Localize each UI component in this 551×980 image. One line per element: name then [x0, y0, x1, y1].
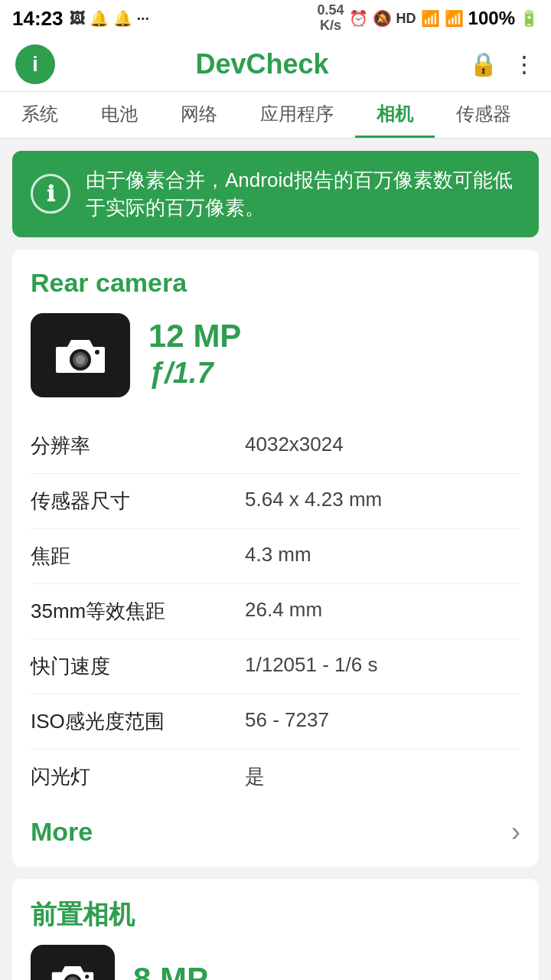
camera-icon	[50, 325, 111, 386]
spec-value-equiv-focal-length: 26.4 mm	[245, 598, 520, 622]
notification-icon-2: 🔔	[113, 9, 132, 28]
battery-level: 100%	[468, 8, 515, 29]
status-time: 14:23	[12, 7, 64, 31]
spec-value-shutter-speed: 1/12051 - 1/6 s	[245, 653, 520, 677]
spec-row-shutter-speed: 快门速度 1/12051 - 1/6 s	[31, 639, 520, 694]
overflow-menu-icon[interactable]: ⋮	[513, 51, 536, 77]
app-bar-actions: 🔒 ⋮	[469, 51, 536, 77]
tab-network[interactable]: 网络	[159, 92, 239, 138]
camera-specs: 12 MP ƒ/1.7	[148, 320, 241, 390]
more-button[interactable]: More ›	[31, 804, 520, 848]
info-banner-icon: ℹ	[31, 174, 70, 214]
tab-apps[interactable]: 应用程序	[239, 92, 355, 138]
camera-aperture: ƒ/1.7	[148, 357, 241, 390]
wifi-icon: 📶	[421, 9, 440, 28]
camera-icon-box	[31, 313, 130, 397]
info-banner: ℹ 由于像素合并，Android报告的百万像素数可能低于实际的百万像素。	[12, 151, 539, 237]
notification-icon-1: 🔔	[90, 9, 109, 28]
front-camera-header: 8 MP	[31, 945, 520, 980]
alarm-icon: ⏰	[349, 9, 368, 28]
front-camera-icon-box	[31, 945, 115, 980]
spec-label-equiv-focal-length: 35mm等效焦距	[31, 598, 245, 625]
spec-row-iso: ISO感光度范围 56 - 7237	[31, 694, 520, 750]
spec-row-resolution: 分辨率 4032x3024	[31, 419, 520, 474]
camera-megapixels: 12 MP	[148, 320, 241, 352]
lock-icon[interactable]: 🔒	[469, 51, 497, 77]
spec-label-sensor-size: 传感器尺寸	[31, 488, 245, 514]
spec-label-iso: ISO感光度范围	[31, 708, 245, 735]
spec-row-equiv-focal-length: 35mm等效焦距 26.4 mm	[31, 584, 520, 639]
spec-value-focal-length: 4.3 mm	[245, 543, 520, 567]
spec-value-flash: 是	[245, 763, 520, 790]
tab-camera[interactable]: 相机	[355, 92, 435, 138]
front-camera-megapixels: 8 MP	[133, 963, 208, 980]
spec-row-flash: 闪光灯 是	[31, 750, 520, 804]
tab-battery[interactable]: 电池	[80, 92, 159, 138]
more-dots-icon: ···	[137, 10, 150, 28]
signal-icon: 📶	[445, 9, 464, 28]
status-bar: 14:23 🖼 🔔 🔔 ··· 0.54 K/s ⏰ 🔕 HD 📶 📶 100%…	[0, 0, 551, 37]
tab-sensors[interactable]: 传感器	[435, 92, 533, 138]
info-button[interactable]: i	[15, 44, 55, 84]
svg-point-7	[85, 975, 89, 978]
tab-system[interactable]: 系统	[0, 92, 80, 138]
network-speed: 0.54 K/s	[318, 3, 344, 34]
spec-row-sensor-size: 传感器尺寸 5.64 x 4.23 mm	[31, 474, 520, 529]
mute-icon: 🔕	[373, 9, 392, 28]
tab-bar: 系统 电池 网络 应用程序 相机 传感器	[0, 92, 551, 139]
app-bar: i DevCheck 🔒 ⋮	[0, 37, 551, 92]
svg-point-2	[76, 355, 85, 364]
front-camera-icon	[47, 953, 99, 980]
info-banner-text: 由于像素合并，Android报告的百万像素数可能低于实际的百万像素。	[86, 166, 520, 222]
specs-table: 分辨率 4032x3024 传感器尺寸 5.64 x 4.23 mm 焦距 4.…	[31, 419, 520, 804]
spec-value-iso: 56 - 7237	[245, 708, 520, 732]
rear-camera-card: Rear camera 12 MP ƒ/1.7 分辨率 4032x3024 传感…	[12, 250, 539, 867]
front-camera-title: 前置相机	[31, 897, 520, 933]
chevron-right-icon: ›	[511, 816, 520, 848]
app-title: DevCheck	[195, 48, 328, 80]
camera-header: 12 MP ƒ/1.7	[31, 313, 520, 397]
spec-value-resolution: 4032x3024	[245, 433, 520, 456]
rear-camera-title: Rear camera	[31, 268, 520, 298]
spec-label-resolution: 分辨率	[31, 433, 245, 459]
spec-label-flash: 闪光灯	[31, 763, 245, 790]
svg-point-3	[95, 350, 99, 354]
spec-label-shutter-speed: 快门速度	[31, 653, 245, 680]
spec-label-focal-length: 焦距	[31, 543, 245, 570]
hd-badge: HD	[396, 11, 416, 27]
front-camera-card: 前置相机 8 MP	[12, 879, 539, 980]
screenshot-icon: 🖼	[70, 10, 85, 28]
spec-row-focal-length: 焦距 4.3 mm	[31, 529, 520, 584]
battery-icon: 🔋	[520, 9, 539, 28]
spec-value-sensor-size: 5.64 x 4.23 mm	[245, 488, 520, 511]
more-label: More	[31, 817, 93, 847]
